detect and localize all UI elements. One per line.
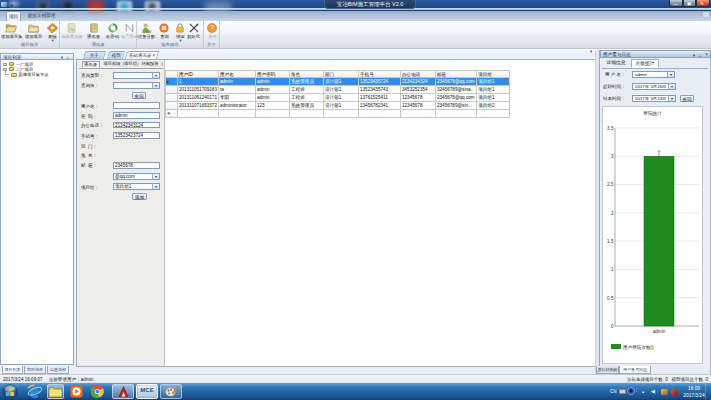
svg-text:admin: admin	[653, 329, 666, 334]
svg-text:3: 3	[611, 154, 614, 159]
svg-text:3.5: 3.5	[607, 126, 614, 131]
svg-text:0.5: 0.5	[607, 296, 614, 301]
svg-text:1.5: 1.5	[607, 239, 614, 244]
svg-text:2.5: 2.5	[607, 182, 614, 187]
svg-text:0: 0	[611, 324, 614, 329]
svg-text:用户登陆次数(): 用户登陆次数()	[623, 344, 654, 351]
svg-text:2: 2	[611, 211, 614, 216]
svg-text:1: 1	[611, 267, 614, 272]
svg-text:?: ?	[210, 24, 214, 31]
